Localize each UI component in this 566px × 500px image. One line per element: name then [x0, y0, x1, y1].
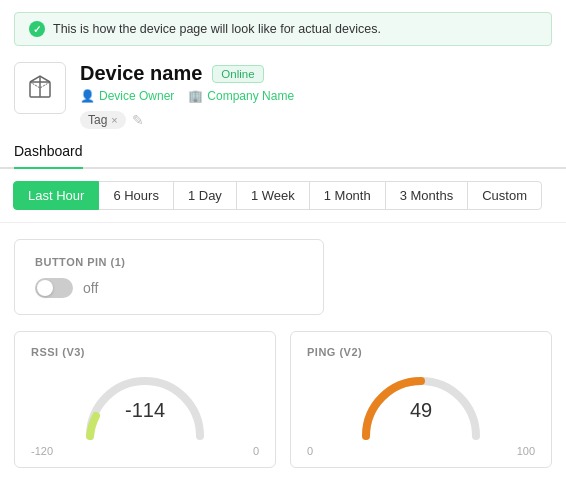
- tab-3-months[interactable]: 3 Months: [385, 181, 468, 210]
- device-info: Device name Online 👤 Device Owner 🏢 Comp…: [80, 62, 552, 129]
- cube-icon: [24, 72, 56, 104]
- tab-6-hours[interactable]: 6 Hours: [98, 181, 174, 210]
- svg-line-3: [40, 82, 50, 88]
- dashboard-tab-label[interactable]: Dashboard: [14, 137, 83, 169]
- ping-gauge-card: PING (V2) 49 0 100: [290, 331, 552, 468]
- rssi-gauge-title: RSSI (V3): [31, 346, 259, 358]
- device-meta: 👤 Device Owner 🏢 Company Name: [80, 89, 552, 103]
- banner-text: This is how the device page will look li…: [53, 22, 381, 36]
- tab-1-month[interactable]: 1 Month: [309, 181, 386, 210]
- button-pin-title: BUTTON PIN (1): [35, 256, 303, 268]
- tab-last-hour[interactable]: Last Hour: [13, 181, 99, 210]
- main-content: BUTTON PIN (1) off RSSI (V3) -114 -: [0, 223, 566, 484]
- toggle-knob: [37, 280, 53, 296]
- ping-max: 100: [517, 445, 535, 457]
- pencil-icon[interactable]: ✎: [132, 112, 144, 128]
- rssi-gauge-card: RSSI (V3) -114 -120 0: [14, 331, 276, 468]
- ping-gauge-title: PING (V2): [307, 346, 535, 358]
- device-name: Device name: [80, 62, 202, 85]
- user-icon: 👤: [80, 89, 95, 103]
- ping-range: 0 100: [307, 445, 535, 457]
- tab-1-day[interactable]: 1 Day: [173, 181, 237, 210]
- tab-1-week[interactable]: 1 Week: [236, 181, 310, 210]
- ping-gauge-container: 49: [307, 366, 535, 441]
- rssi-value: -114: [125, 399, 165, 422]
- tab-custom[interactable]: Custom: [467, 181, 542, 210]
- info-banner: ✓ This is how the device page will look …: [14, 12, 552, 46]
- tag-label: Tag: [88, 113, 107, 127]
- rssi-range: -120 0: [31, 445, 259, 457]
- tag-remove-icon[interactable]: ×: [111, 114, 117, 126]
- rssi-min: -120: [31, 445, 53, 457]
- tags-row: Tag × ✎: [80, 111, 552, 129]
- button-pin-card: BUTTON PIN (1) off: [14, 239, 324, 315]
- info-icon: ✓: [29, 21, 45, 37]
- device-name-row: Device name Online: [80, 62, 552, 85]
- svg-line-2: [30, 82, 40, 88]
- toggle-row: off: [35, 278, 303, 298]
- button-pin-toggle[interactable]: [35, 278, 73, 298]
- company-meta: 🏢 Company Name: [188, 89, 294, 103]
- tag-chip[interactable]: Tag ×: [80, 111, 126, 129]
- owner-meta: 👤 Device Owner: [80, 89, 174, 103]
- time-range-tabs: Last Hour 6 Hours 1 Day 1 Week 1 Month 3…: [0, 169, 566, 223]
- online-badge: Online: [212, 65, 263, 83]
- building-icon: 🏢: [188, 89, 203, 103]
- dashboard-tab-container: Dashboard: [0, 137, 566, 169]
- company-label: Company Name: [207, 89, 294, 103]
- rssi-max: 0: [253, 445, 259, 457]
- rssi-gauge-container: -114: [31, 366, 259, 441]
- gauge-row: RSSI (V3) -114 -120 0 PING (V2): [14, 331, 552, 468]
- ping-min: 0: [307, 445, 313, 457]
- device-icon-box: [14, 62, 66, 114]
- toggle-state-label: off: [83, 280, 98, 296]
- device-header: Device name Online 👤 Device Owner 🏢 Comp…: [0, 46, 566, 137]
- ping-value: 49: [410, 399, 432, 422]
- owner-label: Device Owner: [99, 89, 174, 103]
